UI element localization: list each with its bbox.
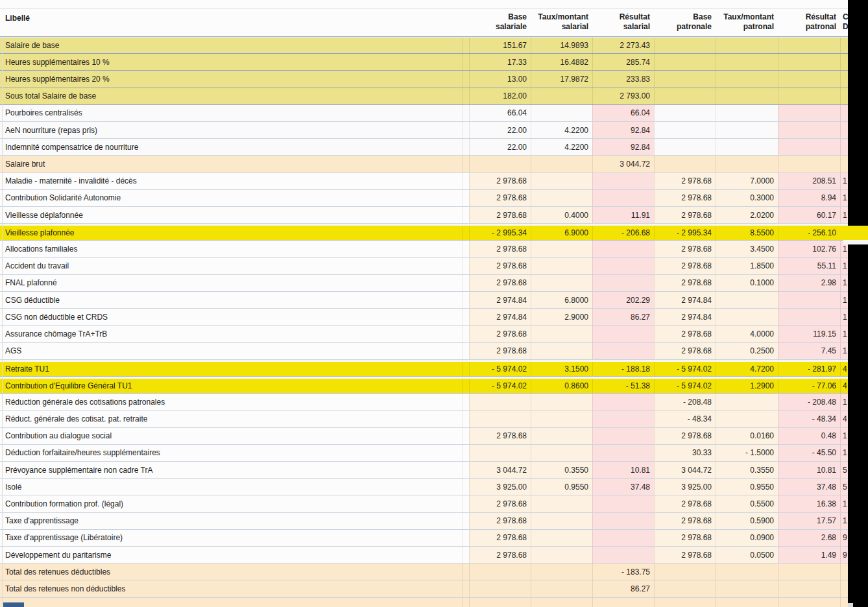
table-row[interactable]: Contribution d'Equilibre Général TU1- 5 …	[0, 377, 868, 394]
cell-base-patronale: 2 978.68	[654, 343, 716, 359]
cell-base-salariale: 2 974.84	[469, 309, 531, 325]
cell-resultat-salarial	[592, 258, 654, 274]
cell-resultat-patronal	[778, 71, 840, 87]
cell-taux-patronal: 3.4500	[716, 241, 778, 257]
cell-taux-patronal: 0.3550	[716, 462, 778, 478]
table-row[interactable]: Isolé3 925.000.955037.483 925.000.955037…	[0, 479, 868, 495]
cell-base-salariale: 2 978.68	[469, 513, 531, 529]
column-header-taux-patronal: Taux/montant patronal	[716, 12, 778, 36]
cell-base-patronale: 2 978.68	[654, 173, 716, 189]
row-label: Réduct. générale des cotisat. pat. retra…	[0, 411, 462, 427]
table-row[interactable]: AGS2 978.682 978.680.25007.451	[0, 343, 868, 360]
table-row[interactable]: Contribution au dialogue social2 978.682…	[0, 428, 868, 445]
table-row[interactable]: Accident du travail2 978.682 978.681.850…	[0, 258, 868, 275]
cell-resultat-patronal	[778, 139, 840, 155]
bottom-right-fragment	[848, 603, 853, 607]
cell-resultat-salarial	[592, 445, 654, 461]
cell-base-patronale: - 208.48	[654, 394, 716, 410]
table-row[interactable]: Total des retenues non déductibles86.27	[0, 580, 868, 597]
table-row[interactable]: Taxe d'apprentissage2 978.682 978.680.59…	[0, 513, 868, 530]
row-label: Prévoyance supplémentaire non cadre TrA	[0, 462, 462, 478]
cell-taux-patronal: 2.0200	[716, 207, 778, 223]
cell-resultat-patronal	[778, 54, 840, 70]
cell-taux-patronal	[716, 598, 778, 607]
table-row[interactable]: Salaire de base151.6714.98932 273.43	[0, 37, 868, 54]
cell-resultat-patronal: - 281.97	[778, 362, 840, 376]
table-row[interactable]: Réduction générale des cotisations patro…	[0, 394, 868, 411]
row-label: Allocations familiales	[0, 241, 462, 257]
table-row[interactable]: CSG déductible2 974.846.8000202.292 974.…	[0, 292, 868, 309]
cell-taux-patronal	[716, 54, 778, 70]
header-top-divider	[0, 8, 848, 9]
row-gutter	[462, 156, 469, 172]
table-row[interactable]: Total	[0, 598, 868, 607]
cell-taux-salarial	[531, 394, 592, 410]
table-row[interactable]: Allocations familiales2 978.682 978.683.…	[0, 241, 868, 257]
table-row[interactable]: Vieillesse plafonnée- 2 995.346.9000- 20…	[0, 224, 868, 241]
table-row[interactable]: Réduct. générale des cotisat. pat. retra…	[0, 411, 868, 427]
row-label: Vieillesse déplafonnée	[0, 207, 462, 223]
cell-base-patronale: - 5 974.02	[654, 362, 716, 376]
row-gutter	[462, 207, 469, 223]
header-line: Taux/montant	[538, 12, 588, 21]
table-row[interactable]: Maladie - maternité - invalidité - décès…	[0, 173, 868, 190]
cell-taux-salarial	[531, 530, 592, 546]
cell-taux-patronal	[716, 156, 778, 172]
table-row[interactable]: Contribution formation prof. (légal)2 97…	[0, 495, 868, 512]
table-row[interactable]: Développement du paritarisme2 978.682 97…	[0, 547, 868, 564]
cell-resultat-patronal: 7.45	[778, 343, 840, 359]
right-black-mask	[848, 0, 868, 607]
table-row[interactable]: Taxe d'apprentissage (Libératoire)2 978.…	[0, 530, 868, 547]
cell-base-patronale: 2 978.68	[654, 428, 716, 444]
table-row[interactable]: Salaire brut3 044.72	[0, 156, 868, 173]
table-row[interactable]: Contribution Solidarité Autonomie2 978.6…	[0, 190, 868, 207]
cell-resultat-salarial	[592, 190, 654, 206]
cell-taux-patronal	[716, 292, 778, 308]
row-label: Contribution formation prof. (légal)	[0, 495, 462, 512]
table-row[interactable]: FNAL plafonné2 978.682 978.680.10002.981	[0, 275, 868, 292]
table-row[interactable]: Indemnité compensatrice de nourriture22.…	[0, 139, 868, 156]
table-row[interactable]: Prévoyance supplémentaire non cadre TrA3…	[0, 462, 868, 479]
cell-resultat-patronal	[778, 37, 840, 53]
table-row[interactable]: Déduction forfaitaire/heures supplémenta…	[0, 445, 868, 462]
cell-taux-salarial: 0.9550	[531, 479, 592, 495]
table-row[interactable]: Assurance chômage TrA+TrB2 978.682 978.6…	[0, 326, 868, 342]
row-gutter	[462, 394, 469, 410]
cell-base-salariale	[469, 580, 531, 597]
cell-base-patronale	[654, 580, 716, 597]
header-line: Base	[693, 12, 712, 21]
table-row[interactable]: Pourboires centralisés66.0466.04	[0, 105, 868, 122]
cell-base-patronale: 3 925.00	[654, 479, 716, 495]
row-label: Taxe d'apprentissage	[0, 513, 462, 529]
cell-base-patronale	[654, 598, 716, 607]
cell-taux-patronal	[716, 37, 778, 53]
cell-base-salariale: 2 978.68	[469, 173, 531, 189]
cell-base-salariale: 2 978.68	[469, 190, 531, 206]
cell-resultat-patronal: 10.81	[778, 462, 840, 478]
table-body: Salaire de base151.6714.98932 273.43Heur…	[0, 0, 868, 607]
column-header-base-patronale: Base patronale	[654, 12, 716, 36]
row-label: Contribution Solidarité Autonomie	[0, 190, 462, 206]
cell-taux-salarial	[531, 241, 592, 257]
row-label: Déduction forfaitaire/heures supplémenta…	[0, 445, 462, 461]
cell-taux-patronal: - 1.5000	[716, 445, 778, 461]
table-row[interactable]: Sous total Salaire de base182.002 793.00	[0, 88, 868, 105]
table-row[interactable]: Heures supplémentaires 10 %17.3316.48822…	[0, 54, 868, 71]
table-row[interactable]: Retraite TU1- 5 974.023.1500- 188.18- 5 …	[0, 360, 868, 377]
cell-resultat-salarial	[592, 513, 654, 529]
table-row[interactable]: Total des retenues déductibles- 183.75	[0, 564, 868, 580]
cell-resultat-salarial: 285.74	[592, 54, 654, 70]
cell-resultat-salarial: 11.91	[592, 207, 654, 223]
table-row[interactable]: Vieillesse déplafonnée2 978.680.400011.9…	[0, 207, 868, 224]
cell-resultat-salarial	[592, 530, 654, 546]
cell-resultat-patronal: 2.98	[778, 275, 840, 291]
cell-base-patronale	[654, 156, 716, 172]
row-gutter	[462, 462, 469, 478]
table-row[interactable]: Heures supplémentaires 20 %13.0017.98722…	[0, 71, 868, 88]
table-row[interactable]: CSG non déductible et CRDS2 974.842.9000…	[0, 309, 868, 326]
header-line: salarial	[562, 22, 588, 31]
table-row[interactable]: AeN nourriture (repas pris)22.004.220092…	[0, 122, 868, 139]
cell-taux-patronal: 0.0900	[716, 530, 778, 546]
cell-taux-salarial: 16.4882	[531, 54, 592, 70]
cell-resultat-patronal: 119.15	[778, 326, 840, 342]
